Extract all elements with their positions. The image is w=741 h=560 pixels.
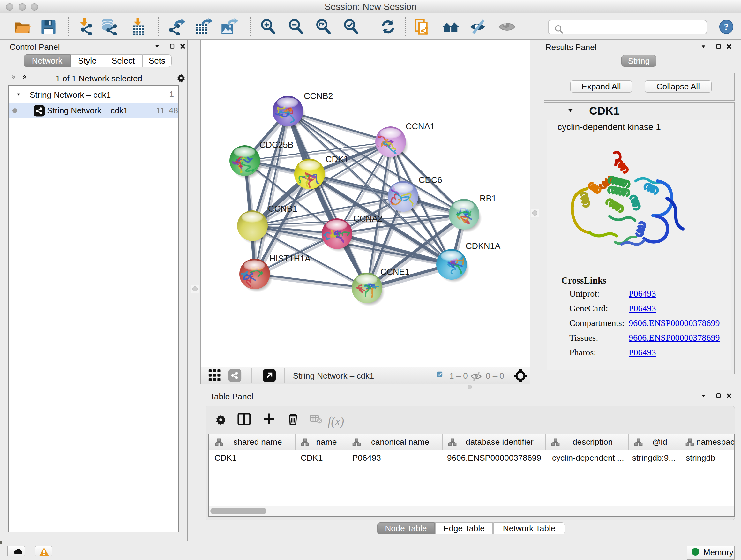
svg-text:CDC6: CDC6 — [419, 175, 442, 185]
svg-text:RB1: RB1 — [480, 194, 496, 203]
svg-text:CCNB2: CCNB2 — [304, 91, 333, 101]
svg-text:HIST1H1A: HIST1H1A — [269, 254, 311, 263]
svg-text:CCNE1: CCNE1 — [381, 267, 410, 277]
svg-text:CDKN1A: CDKN1A — [466, 241, 501, 251]
svg-text:CCNA2: CCNA2 — [353, 214, 383, 224]
svg-text:CCNB1: CCNB1 — [268, 204, 297, 213]
svg-text:CDC25B: CDC25B — [259, 140, 293, 150]
svg-text:?: ? — [724, 22, 729, 32]
svg-text:CDK1: CDK1 — [326, 154, 348, 164]
svg-text:CCNA1: CCNA1 — [406, 122, 435, 131]
